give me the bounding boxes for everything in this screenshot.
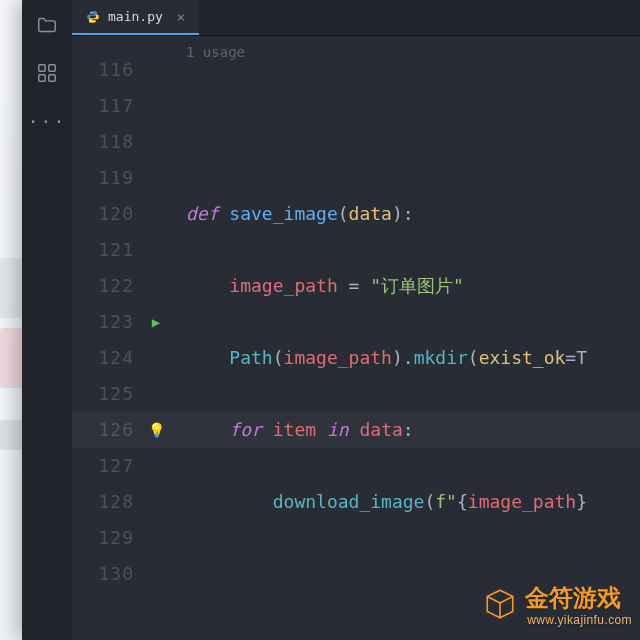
- svg-point-5: [95, 20, 96, 21]
- run-icon[interactable]: ▶: [152, 304, 160, 340]
- more-icon[interactable]: ···: [34, 108, 60, 134]
- folder-icon[interactable]: [34, 12, 60, 38]
- svg-rect-2: [39, 75, 45, 81]
- svg-rect-0: [39, 65, 45, 71]
- python-file-icon: [86, 10, 100, 24]
- usages-hint[interactable]: 1 usage: [186, 36, 245, 70]
- svg-rect-1: [49, 65, 55, 71]
- ide-window: ··· main.py × 116: [22, 0, 640, 640]
- code-editor[interactable]: 116 117 118 119 120 121 122 123 124 125 …: [72, 36, 640, 640]
- gutter-marks: ▶ 💡: [144, 36, 168, 640]
- code-area[interactable]: 1 usage def save_image(data): image_path…: [168, 36, 640, 640]
- tab-label: main.py: [108, 9, 163, 24]
- svg-point-4: [90, 12, 91, 13]
- extensions-icon[interactable]: [34, 60, 60, 86]
- tab-main-py[interactable]: main.py ×: [72, 0, 199, 35]
- svg-rect-3: [49, 75, 55, 81]
- line-number-gutter: 116 117 118 119 120 121 122 123 124 125 …: [72, 36, 144, 640]
- close-icon[interactable]: ×: [177, 9, 185, 25]
- tab-bar: main.py ×: [72, 0, 640, 36]
- activity-bar: ···: [22, 0, 72, 640]
